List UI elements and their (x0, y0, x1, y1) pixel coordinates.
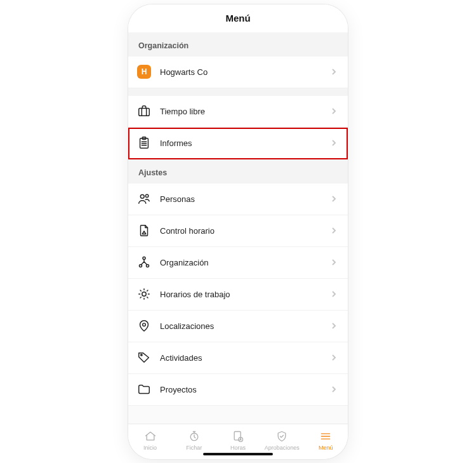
row-label: Organización (160, 258, 329, 267)
org-tree-icon (137, 255, 151, 269)
tab-label: Inicio (143, 445, 157, 451)
tab-clock-in[interactable]: Fichar (175, 430, 213, 451)
company-name: Hogwarts Co (160, 67, 329, 77)
row-work-schedules[interactable]: Horarios de trabajo (128, 279, 348, 311)
chevron-right-icon (329, 225, 339, 236)
tab-label: Aprobaciones (265, 445, 300, 451)
svg-point-10 (141, 354, 142, 356)
tab-home[interactable]: Inicio (131, 430, 169, 451)
chevron-right-icon (329, 257, 339, 267)
sun-icon (137, 287, 151, 301)
row-label: Informes (160, 138, 329, 148)
chevron-right-icon (329, 321, 339, 331)
row-label: Proyectos (160, 385, 329, 394)
screen-title: Menú (225, 13, 250, 23)
document-alert-icon (137, 224, 151, 238)
row-label: Tiempo libre (160, 107, 329, 116)
chevron-right-icon (329, 194, 339, 204)
phone-frame: Menú Organización H Hogwarts Co Tiempo l… (128, 4, 348, 459)
row-projects[interactable]: Proyectos (128, 374, 348, 406)
menu-icon (319, 430, 332, 443)
row-organization[interactable]: Organización (128, 247, 348, 279)
tab-approvals[interactable]: Aprobaciones (263, 430, 301, 451)
svg-point-9 (143, 323, 146, 326)
tag-icon (137, 351, 151, 365)
row-label: Personas (160, 194, 329, 204)
section-header-settings: Ajustes (128, 159, 348, 184)
svg-rect-0 (139, 108, 150, 116)
home-icon (144, 430, 157, 443)
chevron-right-icon (329, 106, 339, 116)
tab-label: Fichar (186, 445, 202, 451)
folder-icon (137, 382, 151, 396)
section-header-organization: Organización (128, 32, 348, 57)
svg-point-4 (145, 194, 148, 197)
chevron-right-icon (329, 138, 339, 148)
svg-point-3 (140, 194, 144, 198)
row-people[interactable]: Personas (128, 184, 348, 215)
shield-check-icon (275, 430, 288, 443)
clipboard-icon (137, 136, 151, 150)
menu-content: Organización H Hogwarts Co Tiempo libre … (128, 32, 348, 424)
home-indicator (203, 453, 273, 455)
chevron-right-icon (329, 352, 339, 363)
company-avatar: H (137, 65, 151, 79)
tab-label: Menú (319, 445, 333, 451)
suitcase-icon (137, 104, 151, 118)
timesheet-icon (232, 430, 244, 443)
row-label: Horarios de trabajo (160, 290, 329, 299)
screen-header: Menú (128, 4, 348, 32)
row-label: Control horario (160, 226, 329, 236)
stopwatch-icon (188, 430, 201, 443)
row-label: Actividades (160, 353, 329, 363)
svg-point-8 (142, 292, 146, 296)
chevron-right-icon (329, 289, 339, 299)
section-gap (128, 88, 348, 96)
row-time-control[interactable]: Control horario (128, 215, 348, 247)
chevron-right-icon (329, 384, 339, 394)
row-company[interactable]: H Hogwarts Co (128, 57, 348, 88)
svg-rect-12 (234, 431, 241, 440)
people-icon (137, 192, 151, 206)
row-reports[interactable]: Informes (128, 128, 348, 159)
row-locations[interactable]: Localizaciones (128, 311, 348, 342)
row-time-off[interactable]: Tiempo libre (128, 96, 348, 128)
row-label: Localizaciones (160, 321, 329, 331)
chevron-right-icon (329, 67, 339, 77)
tab-menu[interactable]: Menú (307, 430, 345, 451)
location-pin-icon (137, 319, 151, 333)
row-activities[interactable]: Actividades (128, 342, 348, 374)
tab-label: Horas (230, 445, 246, 451)
tab-hours[interactable]: Horas (219, 430, 257, 451)
